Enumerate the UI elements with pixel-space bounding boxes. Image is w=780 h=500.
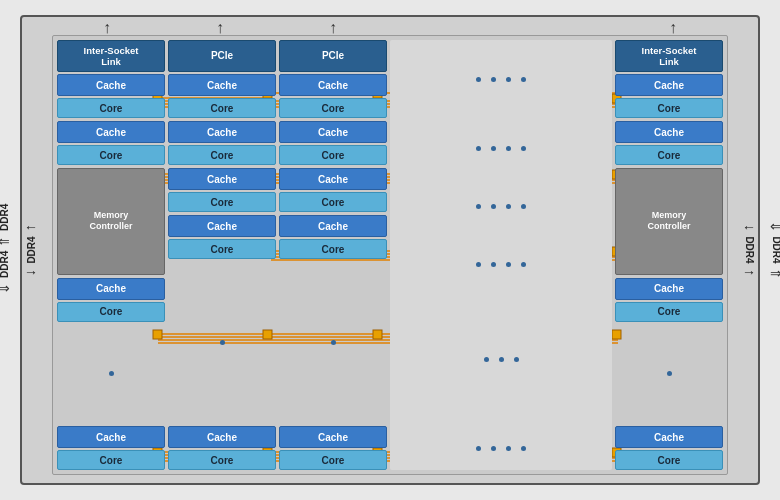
col2-row5-unit: Cache Core [168,426,276,470]
col2-core-1: Core [168,98,276,118]
diagram-container: ↑ ↑ ↑ ↑ DDR4 ⇐ DDR4 ⇒ ⇐ DDR4 ⇒ [20,15,760,485]
arrow-col3: ↑ [278,19,388,33]
chip-grid: Inter-SocketLink Cache Core Cache Core M… [57,40,723,470]
col3-core-3: Core [279,192,387,212]
mid-dots-row1 [390,40,612,118]
col2-cache-2: Cache [168,121,276,143]
col3-core-4: Core [279,239,387,259]
col2-cache-3: Cache [168,168,276,190]
right-core-4: Core [615,450,723,470]
left-memory-controller: MemoryController [57,168,165,275]
right-inter-socket-link: Inter-SocketLink [615,40,723,72]
right-column: Inter-SocketLink Cache Core Cache Core M… [615,40,723,470]
chip-background: Inter-SocketLink Cache Core Cache Core M… [52,35,728,475]
col2-dots-spacer [168,262,276,423]
col3-core-5: Core [279,450,387,470]
right-row5-unit: Cache Core [615,426,723,470]
ddr4-left-label: DDR4 ⇐ DDR4 ⇒ [0,204,10,296]
left-core-1: Core [57,98,165,118]
left-cache-3: Cache [57,278,165,300]
col2-row4-unit: Cache Core [168,215,276,259]
right-memory-controller: MemoryController [615,168,723,275]
right-row2-unit: Cache Core [615,121,723,165]
left-inter-socket-link: Inter-SocketLink [57,40,165,72]
ddr4-left-side: ← DDR4 → [24,219,38,280]
right-cache-3: Cache [615,278,723,300]
col2-row2-unit: Cache Core [168,121,276,165]
col2-pcie-1: PCIe [168,40,276,72]
col3-core-1: Core [279,98,387,118]
mid-dots-row2 [390,121,612,176]
col2-row3-unit: Cache Core [168,168,276,212]
col2-core-4: Core [168,239,276,259]
left-row2-unit: Cache Core [57,121,165,165]
col2-cache-1: Cache [168,74,276,96]
arrow-col5: ↑ [618,19,728,33]
col3-row2-unit: Cache Core [279,121,387,165]
col3-row3-unit: Cache Core [279,168,387,212]
col2-core-2: Core [168,145,276,165]
right-cache-2: Cache [615,121,723,143]
col3-row5-unit: Cache Core [279,426,387,470]
left-row5-unit: Cache Core [57,426,165,470]
right-core-2: Core [615,145,723,165]
col3-row4-unit: Cache Core [279,215,387,259]
col3-row1-unit: PCIe Cache Core [279,40,387,118]
col3: PCIe Cache Core Cache Core Cache Core Ca… [279,40,387,470]
right-cache-1: Cache [615,74,723,96]
left-row4-unit: Cache Core [57,278,165,322]
arrow-col2: ↑ [165,19,275,33]
left-row1-unit: Inter-SocketLink Cache Core [57,40,165,118]
ddr4-right-label: ⇐ DDR4 ⇒ [770,218,780,281]
left-core-4: Core [57,450,165,470]
arrow-col1: ↑ [52,19,162,33]
right-row1-unit: Inter-SocketLink Cache Core [615,40,723,118]
middle-dots-area [390,40,612,470]
col2-row1-unit: PCIe Cache Core [168,40,276,118]
col3-cache-3: Cache [279,168,387,190]
right-row4-unit: Cache Core [615,278,723,322]
right-core-1: Core [615,98,723,118]
right-dots-spacer [615,325,723,424]
col3-dots-spacer [279,262,387,423]
left-column: Inter-SocketLink Cache Core Cache Core M… [57,40,165,470]
left-dots-spacer [57,325,165,424]
col3-core-2: Core [279,145,387,165]
mid-dots-row3 [390,179,612,234]
right-cache-4: Cache [615,426,723,448]
mid-dots-row5 [390,426,612,470]
col3-cache-4: Cache [279,215,387,237]
col3-cache-5: Cache [279,426,387,448]
col3-cache-2: Cache [279,121,387,143]
col2-cache-4: Cache [168,215,276,237]
left-core-3: Core [57,302,165,322]
mid-dots-row4 [390,237,612,292]
col2-cache-5: Cache [168,426,276,448]
left-core-2: Core [57,145,165,165]
left-cache-4: Cache [57,426,165,448]
ddr4-right-side: ← DDR4 → [742,219,756,280]
left-cache-2: Cache [57,121,165,143]
col3-pcie-2: PCIe [279,40,387,72]
mid-dots-spacer [390,295,612,423]
col2-core-3: Core [168,192,276,212]
col2-core-5: Core [168,450,276,470]
right-core-3: Core [615,302,723,322]
left-cache-1: Cache [57,74,165,96]
col3-cache-1: Cache [279,74,387,96]
col2: PCIe Cache Core Cache Core Cache Core Ca… [168,40,276,470]
